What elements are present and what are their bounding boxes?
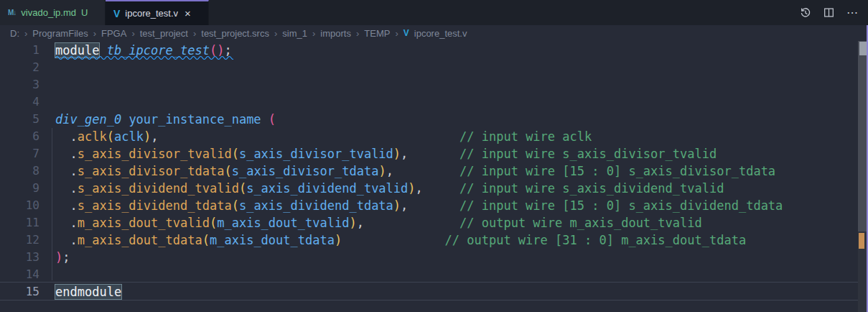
code-line-4[interactable]: 4 (0, 93, 868, 111)
breadcrumb-item[interactable]: test_project.srcs (201, 28, 269, 39)
code-line-12[interactable]: 12 .m_axis_dout_tdata(m_axis_dout_tdata)… (0, 231, 868, 249)
code-line-10[interactable]: 10 .s_axis_dividend_tdata(s_axis_dividen… (0, 197, 868, 214)
code-text: .m_axis_dout_tvalid(m_axis_dout_tvalid),… (39, 214, 702, 231)
line-number[interactable]: 5 (0, 111, 39, 128)
line-number[interactable]: 13 (0, 249, 39, 266)
line-number[interactable]: 10 (0, 197, 39, 214)
more-actions-icon[interactable]: ⋯ (846, 7, 858, 19)
code-line-1[interactable]: 1module tb_ipcore_test(); (0, 42, 868, 59)
code-line-11[interactable]: 11 .m_axis_dout_tvalid(m_axis_dout_tvali… (0, 214, 868, 231)
code-text: .s_axis_divisor_tvalid(s_axis_divisor_tv… (39, 145, 717, 162)
tab-label: vivado_ip.md (21, 7, 76, 18)
breadcrumb-file[interactable]: ipcore_test.v (414, 28, 467, 39)
code-text: .s_axis_dividend_tvalid(s_axis_dividend_… (39, 180, 724, 197)
code-text: module tb_ipcore_test(); (39, 42, 232, 59)
chevron-right-icon: › (312, 28, 315, 39)
code-line-6[interactable]: 6 .aclk(aclk), // input wire aclk (0, 128, 868, 145)
chevron-right-icon: › (24, 28, 27, 39)
timeline-history-icon[interactable] (800, 7, 811, 19)
line-number[interactable]: 1 (0, 42, 39, 59)
code-line-3[interactable]: 3 (0, 76, 868, 93)
code-text: .aclk(aclk), // input wire aclk (39, 128, 592, 145)
vivado-file-icon: V (113, 8, 120, 19)
close-icon[interactable]: × (185, 7, 191, 19)
breadcrumb-item[interactable]: imports (320, 28, 351, 39)
code-text (39, 266, 55, 283)
vivado-file-icon: V (403, 28, 409, 38)
code-line-2[interactable]: 2 (0, 59, 868, 76)
code-text (39, 76, 55, 93)
code-text: div_gen_0 your_instance_name ( (39, 111, 276, 128)
tab-ipcore-test-v[interactable]: Vipcore_test.v× (106, 0, 209, 25)
code-line-5[interactable]: 5div_gen_0 your_instance_name ( (0, 111, 868, 128)
tab-bar-tabs: M↓vivado_ip.mdUVipcore_test.v× (0, 0, 209, 25)
code-line-13[interactable]: 13); (0, 249, 868, 266)
code-line-9[interactable]: 9 .s_axis_dividend_tvalid(s_axis_dividen… (0, 180, 868, 197)
breadcrumb-item[interactable]: sim_1 (282, 28, 307, 39)
editor-actions: ⋯ (800, 0, 868, 25)
code-line-14[interactable]: 14 (0, 266, 868, 283)
code-text: ); (39, 249, 70, 266)
code-line-8[interactable]: 8 .s_axis_divisor_tdata(s_axis_divisor_t… (0, 162, 868, 180)
ruler-warning-marker (859, 233, 864, 249)
breadcrumb-item[interactable]: test_project (140, 28, 188, 39)
code-editor[interactable]: 1module tb_ipcore_test();2345div_gen_0 y… (0, 41, 868, 312)
code-text: .s_axis_divisor_tdata(s_axis_divisor_tda… (39, 162, 775, 180)
line-number[interactable]: 2 (0, 59, 39, 76)
breadcrumb-item[interactable]: D: (10, 28, 19, 39)
chevron-right-icon: › (274, 28, 277, 39)
tab-label: ipcore_test.v (125, 8, 178, 19)
line-number[interactable]: 12 (0, 231, 39, 249)
line-number[interactable]: 6 (0, 128, 39, 145)
line-number[interactable]: 11 (0, 214, 39, 231)
split-editor-icon[interactable] (823, 7, 834, 18)
vscode-editor-window: M↓vivado_ip.mdUVipcore_test.v× ⋯ D:›Prog… (0, 0, 868, 312)
line-number[interactable]: 4 (0, 93, 39, 111)
chevron-right-icon: › (193, 28, 196, 39)
markdown-file-icon: M↓ (8, 9, 16, 17)
code-line-7[interactable]: 7 .s_axis_divisor_tvalid(s_axis_divisor_… (0, 145, 868, 162)
line-number[interactable]: 14 (0, 266, 39, 283)
code-text (39, 59, 55, 76)
chevron-right-icon: › (395, 28, 398, 39)
tab-bar: M↓vivado_ip.mdUVipcore_test.v× ⋯ (0, 0, 868, 25)
line-number[interactable]: 7 (0, 145, 39, 162)
breadcrumb: D:›ProgramFiles›FPGA›test_project›test_p… (0, 25, 868, 41)
indent-guide (52, 128, 52, 280)
code-text: .m_axis_dout_tdata(m_axis_dout_tdata) //… (39, 231, 746, 249)
code-text: endmodule (39, 283, 121, 300)
line-number[interactable]: 8 (0, 162, 39, 180)
chevron-right-icon: › (131, 28, 134, 39)
chevron-right-icon: › (93, 28, 96, 39)
code-lines: 1module tb_ipcore_test();2345div_gen_0 y… (0, 42, 868, 300)
tab-vivado-ip-md[interactable]: M↓vivado_ip.mdU (0, 0, 106, 25)
code-text (39, 93, 55, 111)
breadcrumb-item[interactable]: FPGA (101, 28, 126, 39)
git-modified-badge: U (81, 7, 88, 18)
code-line-15[interactable]: 15endmodule (0, 283, 868, 300)
line-number[interactable]: 15 (0, 283, 39, 300)
line-number[interactable]: 9 (0, 180, 39, 197)
breadcrumb-item[interactable]: ProgramFiles (32, 28, 88, 39)
code-text: .s_axis_dividend_tdata(s_axis_dividend_t… (39, 197, 783, 214)
breadcrumb-item[interactable]: TEMP (364, 28, 390, 39)
chevron-right-icon: › (356, 28, 359, 39)
line-number[interactable]: 3 (0, 76, 39, 93)
